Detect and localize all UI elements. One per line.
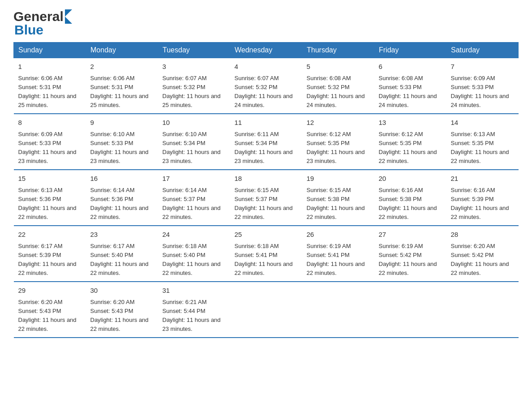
day-number: 14 [451,118,514,128]
day-info: Sunrise: 6:18 AMSunset: 5:41 PMDaylight:… [235,243,293,276]
calendar-cell: 10 Sunrise: 6:10 AMSunset: 5:34 PMDaylig… [158,114,230,170]
day-info: Sunrise: 6:14 AMSunset: 5:37 PMDaylight:… [163,187,221,220]
calendar-cell [230,282,302,338]
day-info: Sunrise: 6:13 AMSunset: 5:36 PMDaylight:… [18,187,77,220]
calendar-cell [374,282,446,338]
weekday-header-wednesday: Wednesday [230,43,302,58]
calendar-cell: 12 Sunrise: 6:12 AMSunset: 5:35 PMDaylig… [302,114,374,170]
logo-blue-text: Blue [14,22,43,38]
day-number: 2 [90,62,154,72]
calendar-table: SundayMondayTuesdayWednesdayThursdayFrid… [13,42,519,338]
calendar-cell: 29 Sunrise: 6:20 AMSunset: 5:43 PMDaylig… [14,282,86,338]
day-number: 27 [379,230,442,240]
day-number: 29 [18,286,82,296]
day-info: Sunrise: 6:18 AMSunset: 5:40 PMDaylight:… [163,243,221,276]
day-info: Sunrise: 6:12 AMSunset: 5:35 PMDaylight:… [307,131,365,164]
day-info: Sunrise: 6:10 AMSunset: 5:34 PMDaylight:… [163,131,221,164]
day-number: 3 [163,62,226,72]
day-number: 17 [163,174,226,184]
day-number: 22 [18,230,82,240]
calendar-cell: 27 Sunrise: 6:19 AMSunset: 5:42 PMDaylig… [374,226,446,282]
day-info: Sunrise: 6:15 AMSunset: 5:38 PMDaylight:… [307,187,365,220]
calendar-week-row: 29 Sunrise: 6:20 AMSunset: 5:43 PMDaylig… [14,282,519,338]
day-number: 10 [163,118,226,128]
calendar-cell [302,282,374,338]
calendar-cell: 15 Sunrise: 6:13 AMSunset: 5:36 PMDaylig… [14,170,86,226]
day-number: 5 [307,62,370,72]
day-number: 18 [235,174,298,184]
weekday-header-tuesday: Tuesday [158,43,230,58]
calendar-cell: 13 Sunrise: 6:12 AMSunset: 5:35 PMDaylig… [374,114,446,170]
day-number: 28 [451,230,514,240]
day-number: 11 [235,118,298,128]
logo-general-text: General [13,9,64,24]
day-info: Sunrise: 6:07 AMSunset: 5:32 PMDaylight:… [235,75,293,108]
day-info: Sunrise: 6:06 AMSunset: 5:31 PMDaylight:… [90,75,149,108]
page-header: General Blue [13,9,519,38]
day-number: 1 [18,62,82,72]
calendar-cell: 14 Sunrise: 6:13 AMSunset: 5:35 PMDaylig… [446,114,519,170]
day-info: Sunrise: 6:16 AMSunset: 5:39 PMDaylight:… [451,187,509,220]
calendar-header-row: SundayMondayTuesdayWednesdayThursdayFrid… [14,43,519,58]
day-info: Sunrise: 6:19 AMSunset: 5:42 PMDaylight:… [379,243,437,276]
calendar-cell: 28 Sunrise: 6:20 AMSunset: 5:42 PMDaylig… [446,226,519,282]
day-info: Sunrise: 6:09 AMSunset: 5:33 PMDaylight:… [451,75,509,108]
calendar-cell: 6 Sunrise: 6:08 AMSunset: 5:33 PMDayligh… [374,58,446,114]
weekday-header-monday: Monday [86,43,158,58]
day-info: Sunrise: 6:10 AMSunset: 5:33 PMDaylight:… [90,131,149,164]
weekday-header-sunday: Sunday [14,43,86,58]
weekday-header-thursday: Thursday [302,43,374,58]
calendar-cell: 18 Sunrise: 6:15 AMSunset: 5:37 PMDaylig… [230,170,302,226]
weekday-header-saturday: Saturday [446,43,519,58]
calendar-cell: 23 Sunrise: 6:17 AMSunset: 5:40 PMDaylig… [86,226,158,282]
calendar-cell: 4 Sunrise: 6:07 AMSunset: 5:32 PMDayligh… [230,58,302,114]
day-info: Sunrise: 6:08 AMSunset: 5:32 PMDaylight:… [307,75,365,108]
calendar-body: 1 Sunrise: 6:06 AMSunset: 5:31 PMDayligh… [14,58,519,338]
day-number: 6 [379,62,442,72]
day-info: Sunrise: 6:20 AMSunset: 5:43 PMDaylight:… [18,299,77,332]
logo: General Blue [13,9,72,38]
calendar-cell: 21 Sunrise: 6:16 AMSunset: 5:39 PMDaylig… [446,170,519,226]
calendar-cell: 24 Sunrise: 6:18 AMSunset: 5:40 PMDaylig… [158,226,230,282]
day-number: 13 [379,118,442,128]
day-number: 12 [307,118,370,128]
calendar-cell [446,282,519,338]
day-number: 16 [90,174,154,184]
calendar-cell: 2 Sunrise: 6:06 AMSunset: 5:31 PMDayligh… [86,58,158,114]
calendar-week-row: 8 Sunrise: 6:09 AMSunset: 5:33 PMDayligh… [14,114,519,170]
calendar-cell: 20 Sunrise: 6:16 AMSunset: 5:38 PMDaylig… [374,170,446,226]
calendar-cell: 25 Sunrise: 6:18 AMSunset: 5:41 PMDaylig… [230,226,302,282]
day-info: Sunrise: 6:21 AMSunset: 5:44 PMDaylight:… [163,299,221,332]
calendar-week-row: 22 Sunrise: 6:17 AMSunset: 5:39 PMDaylig… [14,226,519,282]
day-number: 9 [90,118,154,128]
calendar-cell: 11 Sunrise: 6:11 AMSunset: 5:34 PMDaylig… [230,114,302,170]
calendar-cell: 8 Sunrise: 6:09 AMSunset: 5:33 PMDayligh… [14,114,86,170]
day-info: Sunrise: 6:17 AMSunset: 5:40 PMDaylight:… [90,243,149,276]
day-number: 7 [451,62,514,72]
calendar-cell: 31 Sunrise: 6:21 AMSunset: 5:44 PMDaylig… [158,282,230,338]
day-number: 20 [379,174,442,184]
calendar-cell: 22 Sunrise: 6:17 AMSunset: 5:39 PMDaylig… [14,226,86,282]
day-number: 21 [451,174,514,184]
day-number: 31 [163,286,226,296]
calendar-cell: 19 Sunrise: 6:15 AMSunset: 5:38 PMDaylig… [302,170,374,226]
day-info: Sunrise: 6:13 AMSunset: 5:35 PMDaylight:… [451,131,509,164]
day-info: Sunrise: 6:06 AMSunset: 5:31 PMDaylight:… [18,75,77,108]
weekday-header-friday: Friday [374,43,446,58]
day-number: 24 [163,230,226,240]
day-info: Sunrise: 6:16 AMSunset: 5:38 PMDaylight:… [379,187,437,220]
day-number: 26 [307,230,370,240]
day-info: Sunrise: 6:12 AMSunset: 5:35 PMDaylight:… [379,131,437,164]
day-number: 19 [307,174,370,184]
calendar-cell: 16 Sunrise: 6:14 AMSunset: 5:36 PMDaylig… [86,170,158,226]
calendar-cell: 17 Sunrise: 6:14 AMSunset: 5:37 PMDaylig… [158,170,230,226]
day-info: Sunrise: 6:14 AMSunset: 5:36 PMDaylight:… [90,187,149,220]
day-number: 8 [18,118,82,128]
calendar-cell: 5 Sunrise: 6:08 AMSunset: 5:32 PMDayligh… [302,58,374,114]
calendar-cell: 3 Sunrise: 6:07 AMSunset: 5:32 PMDayligh… [158,58,230,114]
calendar-cell: 26 Sunrise: 6:19 AMSunset: 5:41 PMDaylig… [302,226,374,282]
calendar-cell: 30 Sunrise: 6:20 AMSunset: 5:43 PMDaylig… [86,282,158,338]
calendar-week-row: 1 Sunrise: 6:06 AMSunset: 5:31 PMDayligh… [14,58,519,114]
calendar-week-row: 15 Sunrise: 6:13 AMSunset: 5:36 PMDaylig… [14,170,519,226]
day-info: Sunrise: 6:20 AMSunset: 5:43 PMDaylight:… [90,299,149,332]
